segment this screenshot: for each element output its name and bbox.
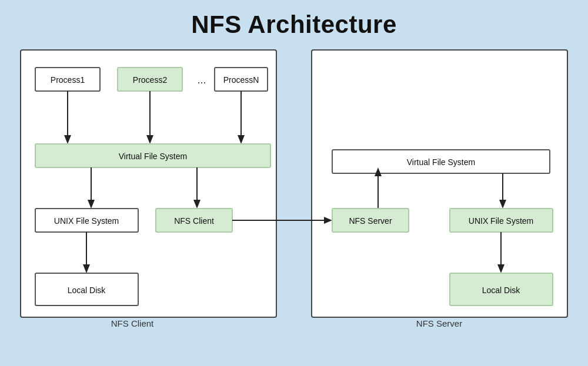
process2-label: Process2 [133,75,168,85]
local-disk-client-label: Local Disk [68,286,106,295]
nfs-client-node-label: NFS Client [174,216,214,226]
ellipsis: ... [197,74,206,86]
unix-fs-server-label: UNIX File System [469,216,533,226]
diagram-area: NFS Client NFS Server Process1 Process2 … [15,47,573,335]
client-box-label: NFS Client [111,318,154,328]
process1-label: Process1 [51,75,85,85]
processN-label: ProcessN [223,75,259,85]
server-box-label: NFS Server [416,318,462,328]
unix-fs-client-label: UNIX File System [54,216,119,226]
local-disk-server-label: Local Disk [482,286,521,295]
nfs-server-node-label: NFS Server [349,216,392,226]
vfs-server-label: Virtual File System [407,157,475,167]
vfs-client-label: Virtual File System [119,152,187,161]
page-title: NFS Architecture [191,11,397,39]
